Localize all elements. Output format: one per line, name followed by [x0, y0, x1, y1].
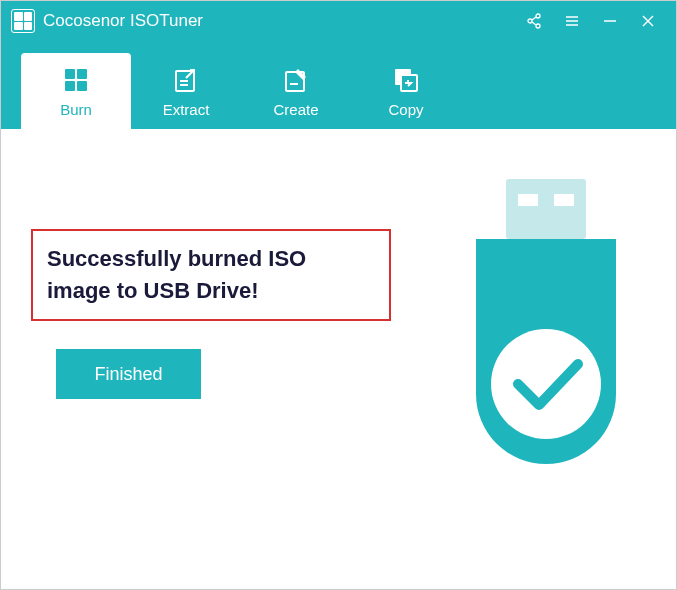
menu-icon[interactable] — [562, 11, 582, 31]
svg-point-1 — [528, 19, 532, 23]
app-title: Cocosenor ISOTuner — [43, 11, 524, 31]
title-bar: Cocosenor ISOTuner — [1, 1, 676, 41]
tab-bar: Burn Extract Create — [1, 41, 676, 129]
success-message-box: Successfully burned ISO image to USB Dri… — [31, 229, 391, 321]
svg-rect-12 — [77, 69, 87, 79]
success-message: Successfully burned ISO image to USB Dri… — [47, 243, 375, 307]
copy-icon — [391, 65, 421, 95]
create-icon — [281, 65, 311, 95]
svg-rect-11 — [65, 69, 75, 79]
tab-label: Copy — [388, 101, 423, 118]
tab-label: Extract — [163, 101, 210, 118]
svg-rect-23 — [518, 194, 538, 206]
minimize-button[interactable] — [600, 11, 620, 31]
svg-rect-13 — [65, 81, 75, 91]
svg-point-0 — [536, 14, 540, 18]
window-controls — [524, 11, 666, 31]
app-window: Cocosenor ISOTuner — [0, 0, 677, 590]
usb-success-icon — [436, 169, 656, 489]
tab-extract[interactable]: Extract — [131, 53, 241, 129]
extract-icon — [171, 65, 201, 95]
tab-create[interactable]: Create — [241, 53, 351, 129]
svg-point-25 — [491, 329, 601, 439]
share-icon[interactable] — [524, 11, 544, 31]
tab-label: Burn — [60, 101, 92, 118]
svg-point-2 — [536, 24, 540, 28]
tab-copy[interactable]: Copy — [351, 53, 461, 129]
main-content: Successfully burned ISO image to USB Dri… — [1, 129, 676, 589]
svg-rect-14 — [77, 81, 87, 91]
finished-button[interactable]: Finished — [56, 349, 201, 399]
app-logo-icon — [11, 9, 35, 33]
tab-label: Create — [273, 101, 318, 118]
svg-rect-24 — [554, 194, 574, 206]
burn-icon — [61, 65, 91, 95]
tab-burn[interactable]: Burn — [21, 53, 131, 129]
svg-line-4 — [532, 22, 536, 25]
svg-rect-22 — [506, 179, 586, 239]
finished-button-label: Finished — [94, 364, 162, 385]
svg-line-3 — [532, 17, 536, 20]
close-button[interactable] — [638, 11, 658, 31]
